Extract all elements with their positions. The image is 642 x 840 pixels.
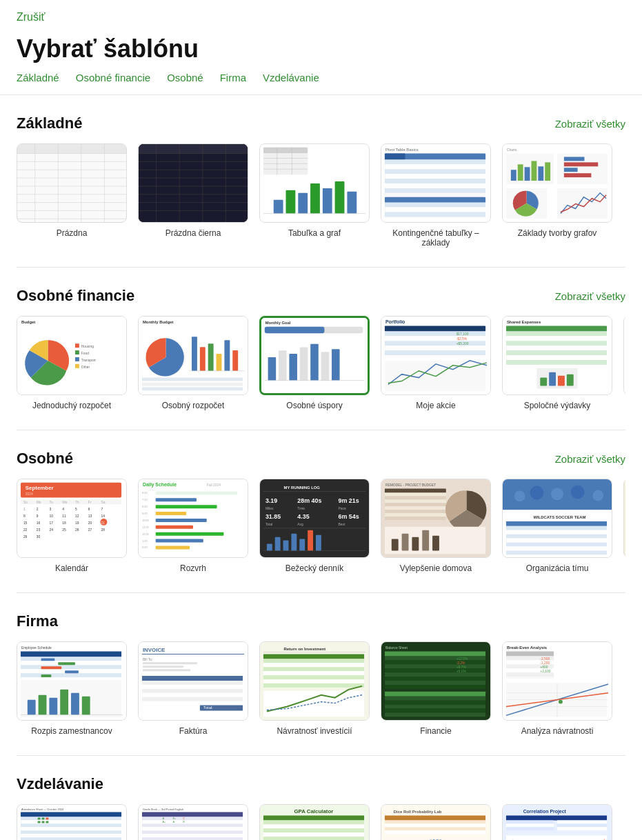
svg-rect-308 [49,698,57,715]
template-gpa-kalkulator[interactable]: GPA Calculator 3.85 Current GPA [259,804,370,840]
svg-rect-356 [385,697,485,701]
svg-text:Fall 2024: Fall 2024 [207,483,221,487]
svg-rect-113 [332,349,340,380]
template-bezecky-dennik[interactable]: MY RUNNING LOG 3.19 28m 40s 9m 21s Miles… [259,479,370,573]
svg-text:28: 28 [101,528,105,532]
svg-text:Employee Schedule: Employee Schedule [21,646,52,650]
template-zaznamy-babatku[interactable]: Baby's First Year [623,479,625,573]
svg-rect-466 [506,816,607,821]
svg-rect-416 [142,834,243,837]
svg-rect-233 [283,541,289,551]
template-navratnost-investicii[interactable]: Return on Investment [259,641,370,736]
template-prazdna[interactable]: Prázdna [17,143,127,248]
template-spolocne-vydavky[interactable]: Shared Expenses [502,316,612,410]
template-dochadzka[interactable]: Attendance Sheet — October 2024 [17,804,127,840]
svg-point-260 [530,486,544,500]
svg-rect-342 [385,652,485,657]
show-all-zakladne[interactable]: Zobraziť všetky [555,118,625,130]
svg-rect-398 [46,817,48,819]
template-rozpis-zamestnancov[interactable]: Employee Schedule [17,641,127,736]
template-tabulka-graf[interactable]: Tabuľka a graf [259,143,370,248]
svg-rect-42 [323,188,332,214]
template-analyza-navratnosti[interactable]: Break-Even Analysis -2,500 -1,200 +800 +… [502,641,612,736]
svg-rect-319 [143,669,190,671]
svg-rect-384 [21,812,121,817]
svg-text:28m 40s: 28m 40s [297,497,321,504]
template-kontingenene[interactable]: Pivot Table Basics [381,143,491,248]
svg-rect-106 [265,327,325,334]
svg-rect-142 [624,317,625,395]
svg-rect-385 [21,817,121,820]
svg-text:18: 18 [62,521,66,525]
svg-rect-51 [385,159,485,164]
svg-rect-202 [156,505,217,508]
svg-rect-304 [41,674,52,677]
template-thumb-vlastny-kapital: Net Worth Overview [623,316,625,395]
svg-text:Dice Roll Probability Lab: Dice Roll Probability Lab [394,810,442,814]
tab-zakladne[interactable]: Základné [17,72,59,83]
svg-rect-473 [506,835,607,840]
svg-text:+2,100: +2,100 [540,670,550,673]
template-organizacia-timu[interactable]: WILDCATS SOCCER TEAM Organizácia tímu [502,479,612,573]
svg-text:-$2.5%: -$2.5% [457,337,468,341]
svg-rect-355 [385,692,485,697]
svg-rect-390 [21,834,121,837]
template-triedna-kniha[interactable]: Grade Book — 3rd Period English A [138,804,248,840]
tab-vzdelavanie[interactable]: Vzdelávanie [263,72,319,83]
svg-rect-467 [506,820,554,823]
template-label-faktura: Faktúra [179,726,208,736]
tab-osobne-financie[interactable]: Osobné financie [76,72,150,83]
page-title: Vybrať šablónu [0,29,642,72]
template-kalendar[interactable]: September 2024 Su Mo Tu We Th Fr Sa 1 2 [17,479,127,573]
svg-text:22: 22 [23,528,28,532]
template-label-jednoduchy-rozpocet: Jednoduchý rozpočet [32,401,111,410]
svg-text:+$5,200: +$5,200 [457,342,469,346]
template-faktura[interactable]: INVOICE Bill To: [138,641,248,736]
template-korelacny-projekt[interactable]: Correlation Project [502,804,612,840]
template-moje-akcie[interactable]: Portfolio $17,100 -$2.5% +$5,200 [381,316,491,410]
svg-rect-214 [156,546,190,549]
section-title-vzdelavanie: Vzdelávanie [17,775,103,793]
svg-rect-325 [142,697,243,701]
cancel-button[interactable]: Zrušiť [17,11,46,23]
svg-text:8:00: 8:00 [142,505,148,508]
template-kocky-pravdepodobnost[interactable]: Dice Roll Probability Lab [381,804,491,840]
svg-point-263 [592,490,603,501]
svg-rect-118 [385,331,485,336]
svg-rect-232 [275,537,281,551]
svg-rect-438 [263,828,364,832]
svg-rect-360 [385,712,485,717]
svg-rect-256 [432,536,439,551]
template-thumb-kocky-pravdepodobnost: Dice Roll Probability Lab [381,804,491,840]
svg-rect-93 [192,337,197,370]
svg-rect-68 [531,161,536,181]
tab-firma[interactable]: Firma [220,72,246,83]
svg-rect-135 [506,355,607,360]
section-title-zakladne: Základné [17,114,82,132]
template-financie[interactable]: Balance Sheet +12.5% -3.2% +8.7% [381,641,491,736]
svg-text:A: A [172,820,174,823]
svg-rect-468 [557,820,607,823]
template-osobne-uspory[interactable]: Monthly Goal Oso [259,316,370,410]
svg-rect-389 [21,830,121,834]
svg-rect-138 [540,378,547,386]
template-osobny-rozpocet[interactable]: Monthly Budget [138,316,248,410]
svg-rect-440 [263,837,364,840]
template-vylepsenie-domova[interactable]: REMODEL - PROJECT BUDGET [381,479,491,573]
show-all-osobne[interactable]: Zobraziť všetky [555,453,625,465]
svg-text:4.35: 4.35 [297,513,309,520]
tab-osobne[interactable]: Osobné [167,72,203,83]
template-thumb-tabulka-graf [259,143,370,223]
svg-rect-297 [21,665,121,669]
svg-rect-131 [506,336,607,341]
template-vlastny-kapital[interactable]: Net Worth Overview Vlastný ka... [623,316,625,410]
template-jednoduchy-rozpocet[interactable]: Budget Housing Food T [17,316,127,410]
template-rozvrh[interactable]: Daily Schedule Fall 2024 6:00 7:00 8:00 … [138,479,248,573]
template-prazdna-cierna[interactable]: Prázdna čierna [138,143,248,248]
svg-text:Monthly Goal: Monthly Goal [265,321,291,325]
svg-rect-252 [392,539,399,551]
svg-rect-266 [506,526,607,530]
show-all-osobne-financie[interactable]: Zobraziť všetky [555,290,625,302]
svg-text:Attendance Sheet — October 202: Attendance Sheet — October 2024 [21,808,64,811]
template-zaklady-grafov[interactable]: Charts [502,143,612,248]
